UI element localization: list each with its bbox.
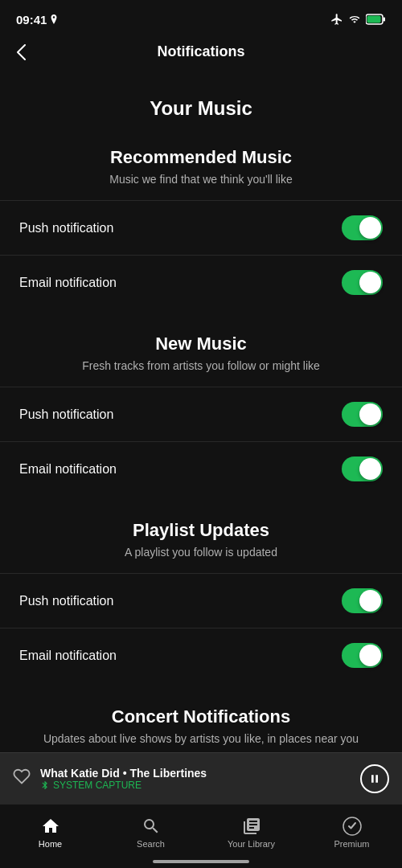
toggle-row-playlist-push: Push notification: [0, 573, 402, 628]
wifi-icon: [348, 14, 361, 25]
toggle-knob: [359, 458, 381, 480]
svg-rect-1: [384, 18, 386, 22]
premium-icon: [343, 817, 362, 836]
toggle-label: Push notification: [19, 594, 113, 608]
now-playing-info: What Katie Did • The Libertines SYSTEM C…: [40, 767, 207, 791]
home-icon: [41, 817, 60, 836]
nav-item-search[interactable]: Search: [127, 817, 175, 849]
nav-item-premium[interactable]: Premium: [328, 817, 376, 849]
heart-icon[interactable]: [13, 768, 31, 790]
toggle-knob: [359, 590, 381, 612]
toggle-recommended-push[interactable]: [342, 215, 383, 240]
svg-rect-2: [367, 16, 381, 23]
section-newmusic-title: New Music: [0, 334, 402, 354]
now-playing-bar: What Katie Did • The Libertines SYSTEM C…: [0, 752, 402, 804]
section-playlist: Playlist Updates A playlist you follow i…: [0, 512, 402, 698]
search-icon: [142, 817, 161, 836]
toggle-playlist-email[interactable]: [342, 643, 383, 668]
nav-label-home: Home: [39, 839, 62, 849]
bluetooth-icon: [40, 780, 50, 790]
play-pause-button[interactable]: [360, 764, 389, 793]
location-icon: [50, 14, 58, 24]
nav-item-home[interactable]: Home: [27, 817, 75, 849]
now-playing-capture: SYSTEM CAPTURE: [40, 780, 207, 791]
toggle-row-playlist-email: Email notification: [0, 628, 402, 682]
toggle-row-recommended-email: Email notification: [0, 255, 402, 309]
toggle-label: Push notification: [19, 407, 113, 422]
status-bar: 09:41: [0, 0, 402, 35]
status-time: 09:41: [16, 13, 58, 27]
home-indicator: [153, 860, 249, 863]
toggle-knob: [359, 217, 381, 239]
main-content: Your Music Recommended Music Music we fi…: [0, 73, 402, 776]
now-playing-title: What Katie Did • The Libertines: [40, 767, 207, 780]
section-newmusic: New Music Fresh tracks from artists you …: [0, 326, 402, 512]
toggle-playlist-push[interactable]: [342, 588, 383, 613]
bottom-nav: Home Search Your Library Premium: [0, 804, 402, 868]
toggle-label: Email notification: [19, 276, 117, 290]
toggle-newmusic-push[interactable]: [342, 402, 383, 427]
section-concert-title: Concert Notifications: [0, 706, 402, 727]
nav-label-library: Your Library: [228, 839, 275, 849]
nav-item-library[interactable]: Your Library: [228, 817, 276, 849]
section-newmusic-subtitle: Fresh tracks from artists you follow or …: [0, 359, 402, 372]
nav-label-premium: Premium: [334, 839, 369, 849]
back-button[interactable]: [16, 44, 26, 60]
header: Notifications: [0, 35, 402, 73]
library-icon: [242, 817, 261, 836]
nav-label-search: Search: [137, 839, 165, 849]
section-playlist-title: Playlist Updates: [0, 520, 402, 541]
toggle-knob: [359, 403, 381, 425]
section-playlist-subtitle: A playlist you follow is updated: [0, 546, 402, 559]
toggle-recommended-email[interactable]: [342, 270, 383, 295]
toggle-knob: [359, 645, 381, 666]
toggle-knob: [359, 272, 381, 293]
section-recommended-subtitle: Music we find that we think you'll like: [0, 173, 402, 186]
toggle-label: Push notification: [19, 221, 113, 235]
toggle-label: Email notification: [19, 462, 117, 477]
toggle-newmusic-email[interactable]: [342, 457, 383, 481]
battery-icon: [366, 14, 386, 25]
section-recommended: Recommended Music Music we find that we …: [0, 139, 402, 326]
airplane-icon: [330, 13, 343, 26]
your-music-title: Your Music: [0, 81, 402, 139]
status-icons: [330, 13, 386, 26]
now-playing-left: What Katie Did • The Libertines SYSTEM C…: [13, 767, 207, 791]
toggle-label: Email notification: [19, 649, 117, 663]
section-concert-subtitle: Updates about live shows by artists you …: [0, 732, 402, 745]
toggle-row-newmusic-email: Email notification: [0, 441, 402, 496]
pause-icon: [368, 772, 381, 785]
toggle-row-newmusic-push: Push notification: [0, 387, 402, 441]
section-recommended-title: Recommended Music: [0, 147, 402, 168]
toggle-row-recommended-push: Push notification: [0, 200, 402, 255]
page-title: Notifications: [157, 43, 244, 60]
